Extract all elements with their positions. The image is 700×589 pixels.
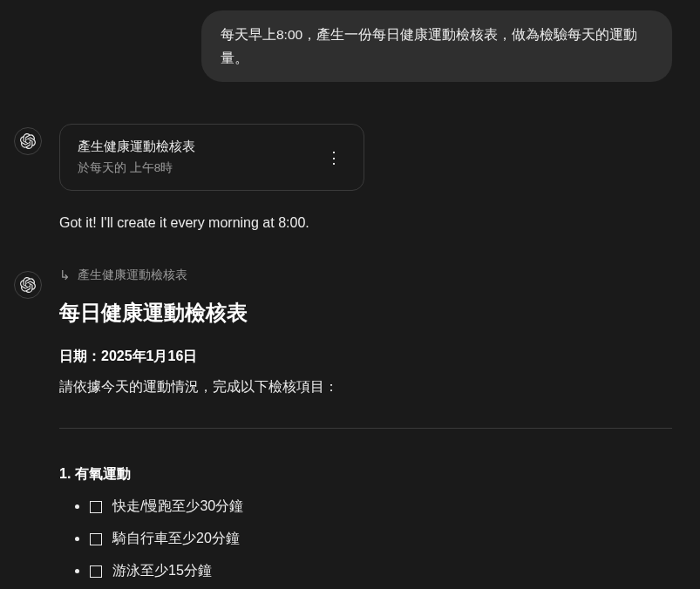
user-message-row: 每天早上8:00，產生一份每日健康運動檢核表，做為檢驗每天的運動量。 bbox=[0, 10, 700, 82]
reply-header-text: 產生健康運動檢核表 bbox=[78, 267, 187, 283]
document-title: 每日健康運動檢核表 bbox=[59, 299, 672, 327]
checkbox-icon[interactable] bbox=[90, 533, 102, 545]
checklist-item-text: 快走/慢跑至少30分鐘 bbox=[112, 498, 243, 516]
checklist-item: 騎自行車至少20分鐘 bbox=[75, 530, 672, 548]
bullet-icon bbox=[75, 569, 79, 573]
assistant-avatar bbox=[14, 271, 42, 299]
assistant-row-generated: ↳ 產生健康運動檢核表 每日健康運動檢核表 日期：2025年1月16日 請依據今… bbox=[0, 267, 700, 589]
chat-container: 每天早上8:00，產生一份每日健康運動檢核表，做為檢驗每天的運動量。 產生健康運… bbox=[0, 0, 700, 589]
openai-logo-icon bbox=[20, 277, 36, 293]
task-card-more-button[interactable]: ⋮ bbox=[322, 146, 346, 170]
assistant-content-task: 產生健康運動檢核表 於每天的 上午8時 ⋮ Got it! I'll creat… bbox=[59, 124, 700, 231]
user-message-bubble: 每天早上8:00，產生一份每日健康運動檢核表，做為檢驗每天的運動量。 bbox=[201, 10, 672, 82]
assistant-row-task: 產生健康運動檢核表 於每天的 上午8時 ⋮ Got it! I'll creat… bbox=[0, 124, 700, 231]
checkbox-icon[interactable] bbox=[90, 565, 102, 578]
document-instructions: 請依據今天的運動情況，完成以下檢核項目： bbox=[59, 378, 672, 396]
bullet-icon bbox=[75, 537, 79, 541]
document-date: 日期：2025年1月16日 bbox=[59, 348, 672, 366]
checkbox-icon[interactable] bbox=[90, 501, 102, 513]
divider bbox=[59, 428, 672, 429]
assistant-confirm-text: Got it! I'll create it every morning at … bbox=[59, 215, 672, 231]
checklist-item-text: 騎自行車至少20分鐘 bbox=[112, 530, 240, 548]
user-message-text: 每天早上8:00，產生一份每日健康運動檢核表，做為檢驗每天的運動量。 bbox=[221, 27, 637, 65]
checklist-item: 快走/慢跑至少30分鐘 bbox=[75, 498, 672, 516]
bullet-icon bbox=[75, 504, 79, 509]
section-title-aerobic: 1. 有氧運動 bbox=[59, 465, 672, 484]
reply-header: ↳ 產生健康運動檢核表 bbox=[59, 267, 672, 283]
scheduled-task-card[interactable]: 產生健康運動檢核表 於每天的 上午8時 ⋮ bbox=[59, 124, 364, 191]
checklist-aerobic: 快走/慢跑至少30分鐘 騎自行車至少20分鐘 游泳至少15分鐘 bbox=[59, 498, 672, 580]
task-card-subtitle: 於每天的 上午8時 bbox=[78, 160, 195, 176]
openai-logo-icon bbox=[20, 133, 36, 149]
checklist-item-text: 游泳至少15分鐘 bbox=[112, 562, 212, 580]
more-vertical-icon: ⋮ bbox=[326, 150, 342, 166]
task-card-text: 產生健康運動檢核表 於每天的 上午8時 bbox=[78, 139, 195, 176]
checklist-item: 游泳至少15分鐘 bbox=[75, 562, 672, 580]
reply-arrow-icon: ↳ bbox=[59, 267, 71, 283]
task-card-title: 產生健康運動檢核表 bbox=[78, 139, 195, 155]
generated-content: ↳ 產生健康運動檢核表 每日健康運動檢核表 日期：2025年1月16日 請依據今… bbox=[59, 267, 700, 589]
assistant-avatar bbox=[14, 127, 42, 155]
